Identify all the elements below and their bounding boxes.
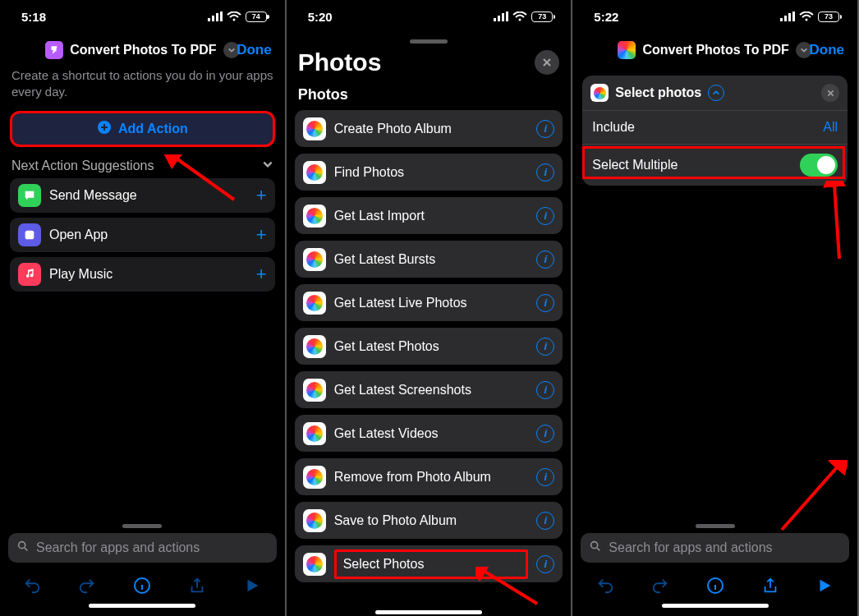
- grabber[interactable]: [410, 39, 448, 44]
- svg-point-21: [591, 542, 598, 549]
- svg-rect-13: [506, 11, 508, 21]
- intro-text: Create a shortcut to actions you do in y…: [0, 67, 285, 108]
- svg-rect-10: [494, 18, 496, 21]
- bottom-bar: Search for apps and actions: [0, 519, 285, 616]
- share-button[interactable]: [183, 574, 211, 597]
- info-icon[interactable]: i: [536, 338, 554, 356]
- info-icon[interactable]: i: [536, 555, 554, 573]
- suggestions-list: Send Message + Open App + Play Music +: [0, 178, 285, 297]
- info-icon[interactable]: i: [536, 207, 554, 225]
- info-icon[interactable]: i: [536, 294, 554, 312]
- info-icon[interactable]: i: [536, 163, 554, 182]
- message-icon: [18, 184, 41, 207]
- suggestion-open-app[interactable]: Open App +: [10, 218, 275, 252]
- signal-icon: [494, 10, 508, 24]
- action-row[interactable]: Get Latest Screenshotsi: [295, 371, 563, 408]
- header: Convert Photos To PDF Done: [572, 33, 857, 67]
- info-icon[interactable]: i: [536, 512, 554, 530]
- svg-rect-1: [212, 16, 214, 21]
- svg-line-23: [834, 185, 839, 259]
- search-input[interactable]: Search for apps and actions: [581, 533, 849, 563]
- action-row[interactable]: Save to Photo Albumi: [295, 502, 563, 539]
- suggestions-heading[interactable]: Next Action Suggestions: [0, 150, 285, 178]
- action-list[interactable]: Create Photo AlbumiFind PhotosiGet Last …: [287, 110, 572, 589]
- search-input[interactable]: Search for apps and actions: [8, 533, 277, 563]
- info-button[interactable]: [128, 574, 156, 597]
- undo-button[interactable]: [591, 574, 619, 597]
- shortcut-title[interactable]: Convert Photos To PDF: [618, 41, 811, 59]
- action-row[interactable]: Get Latest Photosi: [295, 328, 563, 365]
- grabber[interactable]: [696, 524, 735, 528]
- photos-icon: [303, 161, 326, 184]
- section-label: Photos: [287, 81, 572, 110]
- close-button[interactable]: [535, 50, 559, 75]
- info-icon[interactable]: i: [536, 425, 554, 443]
- include-row[interactable]: Include All: [582, 111, 848, 145]
- home-indicator[interactable]: [662, 604, 769, 608]
- remove-action-button[interactable]: [821, 84, 839, 102]
- include-value[interactable]: All: [823, 120, 838, 135]
- play-button[interactable]: [238, 574, 266, 597]
- redo-button[interactable]: [646, 574, 674, 597]
- action-row[interactable]: Remove from Photo Albumi: [295, 458, 563, 495]
- signal-icon: [780, 10, 795, 24]
- undo-button[interactable]: [18, 574, 46, 597]
- svg-rect-11: [498, 16, 500, 21]
- shortcut-title-label: Convert Photos To PDF: [642, 43, 788, 57]
- share-button[interactable]: [756, 574, 784, 597]
- svg-point-14: [519, 18, 521, 21]
- info-icon[interactable]: i: [536, 468, 554, 486]
- suggestion-play-music[interactable]: Play Music +: [10, 257, 275, 292]
- select-multiple-row: Select Multiple: [582, 145, 848, 186]
- plus-icon[interactable]: +: [256, 264, 267, 285]
- shortcut-title[interactable]: Convert Photos To PDF: [45, 41, 239, 59]
- plus-icon[interactable]: +: [256, 185, 267, 206]
- info-icon[interactable]: i: [536, 120, 554, 138]
- status-time: 5:20: [308, 10, 333, 24]
- status-bar: 5:18 74: [0, 0, 285, 33]
- svg-rect-12: [502, 13, 504, 21]
- status-time: 5:18: [21, 10, 46, 24]
- signal-icon: [208, 10, 223, 24]
- action-label: Save to Photo Album: [334, 513, 529, 528]
- add-action-button[interactable]: Add Action: [10, 111, 275, 147]
- svg-rect-3: [220, 11, 223, 21]
- chevron-up-circle-icon[interactable]: [708, 85, 724, 101]
- photos-icon: [303, 292, 326, 315]
- plus-circle-icon: [97, 120, 112, 138]
- done-button[interactable]: Done: [237, 42, 272, 58]
- photos-icon: [303, 335, 326, 358]
- action-row[interactable]: Get Latest Burstsi: [295, 241, 563, 278]
- svg-rect-0: [208, 18, 210, 21]
- info-icon[interactable]: i: [536, 381, 554, 399]
- action-row[interactable]: Select Photosi: [295, 545, 563, 582]
- play-button[interactable]: [811, 574, 838, 597]
- info-icon[interactable]: i: [536, 251, 554, 269]
- battery-icon: 73: [531, 11, 553, 22]
- svg-point-7: [19, 542, 25, 549]
- status-time: 5:22: [594, 10, 618, 24]
- music-icon: [18, 263, 41, 286]
- photos-icon: [303, 117, 326, 140]
- card-header[interactable]: Select photos: [582, 76, 848, 111]
- select-multiple-toggle[interactable]: [800, 154, 838, 177]
- home-indicator[interactable]: [89, 604, 195, 608]
- search-icon: [16, 540, 30, 556]
- home-indicator[interactable]: [375, 610, 482, 614]
- grabber[interactable]: [122, 524, 162, 528]
- suggestion-send-message[interactable]: Send Message +: [10, 178, 275, 213]
- done-button[interactable]: Done: [810, 42, 845, 58]
- action-row[interactable]: Find Photosi: [295, 154, 563, 191]
- redo-button[interactable]: [73, 574, 101, 597]
- plus-icon[interactable]: +: [256, 224, 267, 246]
- action-row[interactable]: Get Latest Videosi: [295, 415, 563, 452]
- info-button[interactable]: [701, 574, 729, 597]
- annotation-arrow: [821, 181, 854, 263]
- action-row[interactable]: Get Latest Live Photosi: [295, 284, 563, 321]
- battery-icon: 73: [818, 11, 839, 22]
- action-row[interactable]: Get Last Importi: [295, 197, 563, 234]
- action-row[interactable]: Create Photo Albumi: [295, 110, 563, 147]
- photos-icon: [303, 422, 326, 445]
- action-label: Get Latest Bursts: [334, 252, 529, 267]
- photos-icon: [303, 248, 326, 271]
